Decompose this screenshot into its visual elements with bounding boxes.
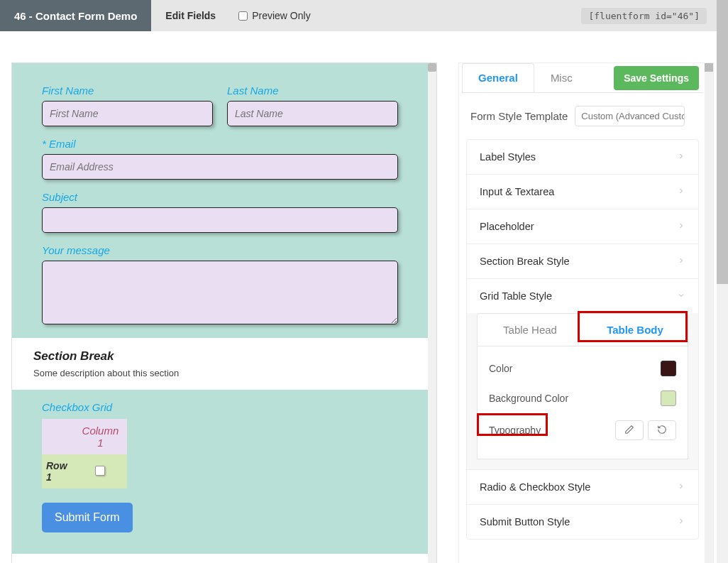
chevron-right-icon <box>677 256 685 267</box>
chevron-right-icon <box>677 151 685 163</box>
sidebar-tabs: General Misc Save Settings <box>462 63 703 93</box>
grid-cell <box>74 454 127 488</box>
chevron-right-icon <box>677 481 685 493</box>
email-input[interactable] <box>42 154 398 180</box>
chevron-right-icon <box>677 186 685 197</box>
preview-only-checkbox[interactable] <box>238 11 248 21</box>
email-label: * Email <box>42 138 398 150</box>
grid-subtabs: Table Head Table Body <box>477 313 688 346</box>
required-marker: * <box>42 138 46 150</box>
template-select[interactable]: Custom (Advanced Custom <box>575 106 685 126</box>
grid-checkbox[interactable] <box>95 466 105 476</box>
subtab-table-head[interactable]: Table Head <box>478 314 583 346</box>
typography-label: Typography <box>489 425 541 436</box>
acc-section-break[interactable]: Section Break Style <box>467 244 698 278</box>
main-area: First Name Last Name * Email <box>0 31 728 563</box>
tab-general[interactable]: General <box>462 63 534 92</box>
shortcode-display[interactable]: [fluentform id="46"] <box>581 8 707 24</box>
preview-scrollbar[interactable] <box>428 63 436 563</box>
edit-fields-link[interactable]: Edit Fields <box>151 10 230 21</box>
preview-only-label: Preview Only <box>252 10 310 21</box>
acc-label-styles[interactable]: Label Styles <box>467 140 698 174</box>
bgcolor-label: Background Color <box>489 393 568 404</box>
preview-scroll-thumb[interactable] <box>428 63 436 72</box>
first-name-input[interactable] <box>42 101 213 126</box>
last-name-input[interactable] <box>227 101 398 126</box>
last-name-label: Last Name <box>227 84 398 97</box>
acc-grid-table[interactable]: Grid Table Style <box>467 279 698 313</box>
acc-submit-button[interactable]: Submit Button Style <box>467 505 698 539</box>
subtab-table-body[interactable]: Table Body <box>583 314 688 346</box>
page-scroll-thumb[interactable] <box>717 0 728 284</box>
acc-placeholder[interactable]: Placeholder <box>467 209 698 244</box>
first-name-label: First Name <box>42 84 213 97</box>
form-preview-panel: First Name Last Name * Email <box>11 62 437 563</box>
acc-input-textarea[interactable]: Input & Textarea <box>467 175 698 209</box>
section-break-title: Section Break <box>33 349 407 364</box>
chevron-down-icon <box>677 290 685 302</box>
typography-edit-button[interactable] <box>615 420 644 440</box>
grid-blank-header <box>42 419 74 454</box>
template-label: Form Style Template <box>470 110 568 122</box>
typography-reset-button[interactable] <box>648 420 676 440</box>
table-row: Row 1 <box>42 454 127 488</box>
settings-sidebar: General Misc Save Settings Form Style Te… <box>458 62 714 563</box>
chevron-right-icon <box>677 516 685 528</box>
subject-label: Subject <box>42 191 398 203</box>
grid-row-label: Row 1 <box>42 454 74 488</box>
message-textarea[interactable] <box>42 261 398 324</box>
grid-col-header: Column 1 <box>74 419 127 454</box>
color-swatch[interactable] <box>661 361 676 376</box>
color-label: Color <box>489 363 512 374</box>
sidebar-scrollbar[interactable] <box>705 63 713 563</box>
message-label: Your message <box>42 244 398 256</box>
reset-icon <box>657 425 667 437</box>
submit-button[interactable]: Submit Form <box>42 503 133 532</box>
checkbox-grid-table: Column 1 Row 1 <box>42 419 127 488</box>
preview-only-toggle[interactable]: Preview Only <box>230 10 319 21</box>
form-preview: First Name Last Name * Email <box>12 63 428 554</box>
pencil-icon <box>624 425 634 437</box>
top-bar: 46 - Contact Form Demo Edit Fields Previ… <box>0 0 728 31</box>
style-accordion: Label Styles Input & Textarea Placeholde… <box>466 139 699 540</box>
template-row: Form Style Template Custom (Advanced Cus… <box>462 93 703 135</box>
table-body-panel: Color Background Color Typography <box>477 346 688 459</box>
form-title: 46 - Contact Form Demo <box>0 0 151 31</box>
save-settings-button[interactable]: Save Settings <box>614 66 699 90</box>
section-break: Section Break Some description about thi… <box>12 338 428 390</box>
page-scrollbar[interactable] <box>717 0 728 563</box>
section-break-desc: Some description about this section <box>33 368 407 378</box>
chevron-right-icon <box>677 221 685 232</box>
bgcolor-swatch[interactable] <box>661 390 676 406</box>
tab-misc[interactable]: Misc <box>534 63 589 92</box>
subject-input[interactable] <box>42 207 398 233</box>
grid-table-panel: Table Head Table Body Color Background C… <box>467 313 698 469</box>
sidebar-scroll-thumb[interactable] <box>705 63 713 72</box>
acc-radio-checkbox[interactable]: Radio & Checkbox Style <box>467 470 698 504</box>
checkbox-grid-label: Checkbox Grid <box>42 401 398 413</box>
